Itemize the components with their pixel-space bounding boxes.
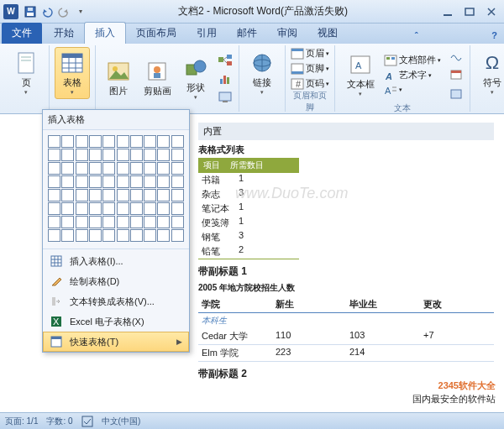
- tab-view[interactable]: 视图: [307, 23, 348, 44]
- grid-cell[interactable]: [171, 216, 184, 228]
- shapes-button[interactable]: 形状▾: [178, 53, 213, 105]
- menu-draw-table[interactable]: 绘制表格(D): [43, 271, 189, 291]
- table-size-grid[interactable]: [43, 130, 189, 247]
- grid-cell[interactable]: [48, 189, 60, 201]
- grid-cell[interactable]: [130, 162, 143, 175]
- tab-home[interactable]: 开始: [44, 23, 84, 44]
- grid-cell[interactable]: [130, 202, 143, 215]
- grid-cell[interactable]: [157, 162, 170, 175]
- help-icon[interactable]: ?: [485, 27, 504, 44]
- grid-cell[interactable]: [102, 135, 115, 148]
- grid-cell[interactable]: [130, 229, 143, 242]
- undo-icon[interactable]: [40, 5, 54, 18]
- grid-cell[interactable]: [130, 175, 143, 188]
- grid-cell[interactable]: [117, 162, 129, 175]
- maximize-button[interactable]: [460, 5, 479, 18]
- grid-cell[interactable]: [102, 202, 115, 215]
- grid-cell[interactable]: [102, 175, 115, 188]
- ribbon-minimize-icon[interactable]: ˆ: [408, 27, 425, 44]
- grid-cell[interactable]: [76, 162, 88, 175]
- grid-cell[interactable]: [117, 175, 129, 188]
- grid-cell[interactable]: [76, 149, 88, 161]
- grid-cell[interactable]: [130, 216, 143, 228]
- grid-cell[interactable]: [144, 229, 156, 242]
- symbol-button[interactable]: Ω符号▾: [475, 47, 504, 99]
- header-button[interactable]: 页眉▾: [291, 47, 329, 60]
- screenshot-button[interactable]: [217, 89, 234, 106]
- datetime-button[interactable]: [448, 66, 465, 83]
- grid-cell[interactable]: [144, 135, 156, 148]
- footer-button[interactable]: 页脚▾: [291, 62, 329, 75]
- signature-button[interactable]: [448, 47, 465, 64]
- grid-cell[interactable]: [102, 162, 115, 175]
- smartart-button[interactable]: [217, 52, 234, 69]
- status-proof-icon[interactable]: [81, 416, 93, 427]
- table-list-style[interactable]: 项目所需数目 书籍1杂志3笔记本1便笺簿1钢笔3铅笔2: [198, 158, 299, 259]
- grid-cell[interactable]: [76, 175, 88, 188]
- grid-cell[interactable]: [89, 189, 102, 201]
- grid-cell[interactable]: [117, 189, 129, 201]
- grid-cell[interactable]: [89, 149, 102, 161]
- grid-cell[interactable]: [61, 202, 74, 215]
- grid-cell[interactable]: [171, 229, 184, 242]
- grid-cell[interactable]: [102, 189, 115, 201]
- tab-layout[interactable]: 页面布局: [126, 23, 186, 44]
- grid-cell[interactable]: [48, 202, 60, 215]
- grid-cell[interactable]: [171, 175, 184, 188]
- grid-cell[interactable]: [48, 216, 60, 228]
- grid-cell[interactable]: [61, 162, 74, 175]
- menu-excel-table[interactable]: XExcel 电子表格(X): [43, 311, 189, 332]
- grid-cell[interactable]: [144, 189, 156, 201]
- object-button[interactable]: [448, 86, 465, 102]
- grid-cell[interactable]: [48, 162, 60, 175]
- clipart-button[interactable]: 剪贴画: [139, 53, 175, 105]
- menu-insert-table[interactable]: 插入表格(I)...: [43, 251, 189, 271]
- hyperlink-button[interactable]: 链接▾: [244, 47, 280, 99]
- grid-cell[interactable]: [144, 162, 156, 175]
- grid-cell[interactable]: [89, 216, 102, 228]
- grid-cell[interactable]: [171, 135, 184, 148]
- grid-cell[interactable]: [157, 216, 170, 228]
- grid-cell[interactable]: [171, 162, 184, 175]
- status-language[interactable]: 中文(中国): [102, 416, 141, 427]
- grid-cell[interactable]: [117, 202, 129, 215]
- tab-review[interactable]: 审阅: [267, 23, 307, 44]
- grid-cell[interactable]: [144, 216, 156, 228]
- grid-cell[interactable]: [89, 135, 102, 148]
- grid-cell[interactable]: [144, 202, 156, 215]
- tab-file[interactable]: 文件: [2, 23, 42, 44]
- grid-cell[interactable]: [130, 189, 143, 201]
- dropcap-button[interactable]: A▾: [384, 84, 441, 96]
- grid-cell[interactable]: [48, 149, 60, 161]
- grid-cell[interactable]: [144, 175, 156, 188]
- grid-cell[interactable]: [117, 135, 129, 148]
- grid-cell[interactable]: [61, 189, 74, 201]
- grid-cell[interactable]: [171, 202, 184, 215]
- grid-cell[interactable]: [157, 229, 170, 242]
- grid-cell[interactable]: [102, 216, 115, 228]
- grid-cell[interactable]: [61, 149, 74, 161]
- grid-cell[interactable]: [76, 189, 88, 201]
- grid-cell[interactable]: [102, 149, 115, 161]
- grid-cell[interactable]: [48, 135, 60, 148]
- wordart-button[interactable]: A艺术字▾: [384, 69, 441, 81]
- minimize-button[interactable]: [438, 5, 457, 18]
- status-page[interactable]: 页面: 1/1: [5, 416, 38, 427]
- tab-insert[interactable]: 插入: [84, 22, 126, 44]
- grid-cell[interactable]: [144, 149, 156, 161]
- grid-cell[interactable]: [61, 135, 74, 148]
- grid-cell[interactable]: [48, 229, 60, 242]
- tab-mailings[interactable]: 邮件: [227, 23, 267, 44]
- grid-cell[interactable]: [157, 149, 170, 161]
- grid-cell[interactable]: [157, 202, 170, 215]
- table-button[interactable]: 表格▾: [55, 47, 90, 99]
- grid-cell[interactable]: [117, 229, 129, 242]
- grid-cell[interactable]: [157, 189, 170, 201]
- grid-cell[interactable]: [171, 149, 184, 161]
- pagenum-button[interactable]: #页码▾: [291, 77, 329, 90]
- grid-cell[interactable]: [76, 229, 88, 242]
- picture-button[interactable]: 图片: [101, 53, 136, 105]
- grid-cell[interactable]: [48, 175, 60, 188]
- menu-quick-tables[interactable]: 快速表格(T)▶: [43, 332, 189, 352]
- grid-cell[interactable]: [61, 229, 74, 242]
